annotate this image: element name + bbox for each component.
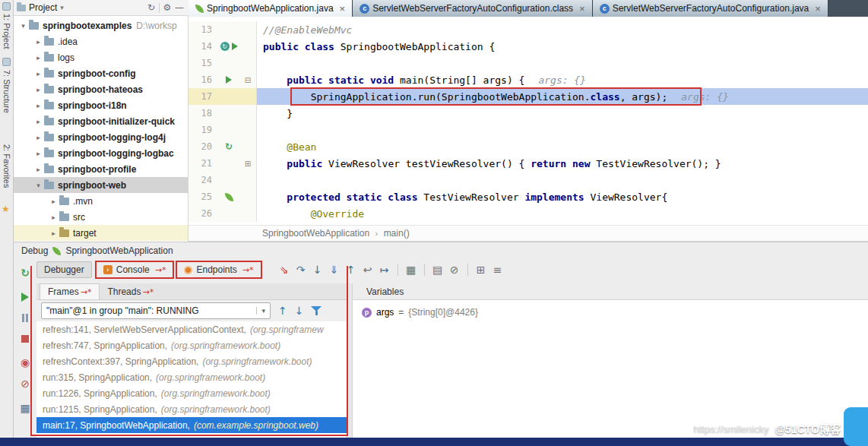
stack-frame-row[interactable]: run:1226, SpringApplication,(org.springf… <box>36 385 347 401</box>
code-editor[interactable]: 13//@EnableWebMvc14↻public class Springb… <box>188 17 868 225</box>
tree-item[interactable]: ▸springboot-logging-log4j <box>14 129 188 145</box>
chevron-down-icon[interactable]: ▾ <box>60 4 64 11</box>
stack-frame-row[interactable]: run:1215, SpringApplication,(org.springf… <box>36 401 347 417</box>
stack-frame-row[interactable]: refreshContext:397, SpringApplication,(o… <box>36 353 347 369</box>
rerun-debug-icon[interactable]: ↻ <box>14 267 36 279</box>
close-icon[interactable]: × <box>579 3 585 14</box>
run-icon[interactable] <box>226 76 232 84</box>
stack-frame-row[interactable]: run:315, SpringApplication,(org.springfr… <box>36 369 347 385</box>
view-breakpoints-icon[interactable]: ◉ <box>14 356 36 369</box>
activity-tab-structure[interactable]: 7: Structure <box>2 70 11 113</box>
stack-frame-row[interactable]: main:17, SpringbootWebApplication,(com.e… <box>36 417 347 433</box>
hide-icon[interactable]: — <box>173 2 185 13</box>
structure-tool-icon[interactable] <box>2 58 11 66</box>
tree-caret-icon[interactable]: ▸ <box>49 214 59 221</box>
tree-caret-icon[interactable]: ▸ <box>33 54 43 62</box>
tree-caret-icon[interactable]: ▾ <box>33 182 43 189</box>
rerun-icon[interactable]: ↻ <box>220 42 230 51</box>
tree-caret-icon[interactable]: ▸ <box>49 229 59 237</box>
tree-item[interactable]: ▸.mvn <box>14 193 188 209</box>
red-annotation-mark: →* <box>81 287 92 297</box>
mute-breakpoints-icon[interactable]: ⊘ <box>14 378 36 390</box>
frame-down-icon[interactable]: ↓ <box>295 305 304 317</box>
fold-marker-icon[interactable]: ⊞ <box>242 160 254 168</box>
activity-tab-project[interactable]: 1: Project <box>2 14 11 49</box>
tree-caret-icon[interactable]: ▸ <box>33 86 43 93</box>
step-out-icon[interactable]: ↑ <box>343 264 360 276</box>
spring-bean-icon[interactable]: ↻ <box>225 142 233 151</box>
frame-up-icon[interactable]: ↑ <box>278 305 287 317</box>
drop-frame-icon[interactable]: ↩ <box>360 264 376 276</box>
stack-frame-row[interactable]: refresh:747, SpringApplication,(org.spri… <box>36 337 347 353</box>
layout-icon[interactable]: ⊞ <box>473 264 489 276</box>
variables-body[interactable]: pargs = {String[0]@4426} <box>353 300 868 438</box>
editor-tab[interactable]: cServletWebServerFactoryAutoConfiguratio… <box>353 0 593 17</box>
tree-caret-icon[interactable]: ▸ <box>33 166 43 173</box>
stop-icon[interactable] <box>14 335 36 343</box>
variable-row[interactable]: pargs = {String[0]@4426} <box>362 305 868 320</box>
project-tree[interactable]: ▾springbootexamplesD:\worksp▸.idea▸logs▸… <box>14 16 188 242</box>
activity-tab-favorites[interactable]: 2: Favorites <box>2 144 11 188</box>
run-icon[interactable] <box>232 43 238 50</box>
tree-item[interactable]: ▸springboot-hateoas <box>14 81 188 97</box>
mute-breakpoints-icon[interactable]: ⊘ <box>446 264 463 276</box>
tree-item[interactable]: ▸springboot-i18n <box>14 97 188 113</box>
run-to-cursor-icon[interactable]: ↦ <box>376 264 393 276</box>
close-icon[interactable]: × <box>340 3 346 14</box>
tree-item[interactable]: ▸springboot-initializer-quick <box>14 113 188 129</box>
breadcrumb-item[interactable]: SpringbootWebApplication <box>262 228 369 239</box>
tree-item[interactable]: ▸src <box>14 209 188 225</box>
breadcrumb-item[interactable]: main() <box>384 228 410 239</box>
tree-item[interactable]: ▸springboot-profile <box>14 161 188 177</box>
frames-tab-frames[interactable]: Frames→* <box>40 283 100 299</box>
editor-tab[interactable]: cServletWebServerFactoryAutoConfiguratio… <box>593 0 828 17</box>
resume-icon[interactable] <box>14 293 36 302</box>
tree-caret-icon[interactable]: ▾ <box>18 22 28 30</box>
endpoints-icon <box>184 266 192 274</box>
debug-tab-console[interactable]: ›Console→* <box>97 262 173 277</box>
tree-item[interactable]: ▾springbootexamplesD:\worksp <box>14 17 188 33</box>
tree-item[interactable]: ▸target <box>14 225 188 241</box>
pause-icon[interactable] <box>14 314 36 322</box>
favorites-star-icon[interactable]: ★ <box>2 204 10 214</box>
chevron-down-icon[interactable]: ▾ <box>256 307 265 315</box>
close-icon[interactable]: × <box>815 3 821 14</box>
show-execution-point-icon[interactable]: ⇘ <box>276 264 293 276</box>
stack-frame-row[interactable]: refresh:141, ServletWebServerApplication… <box>36 321 347 337</box>
tree-item[interactable]: ▸.idea <box>14 33 188 49</box>
editor-tab[interactable]: SpringbootWebApplication.java× <box>188 0 353 17</box>
thread-selector[interactable]: "main"@1 in group "main": RUNNING ▾ <box>41 302 271 319</box>
tree-caret-icon[interactable]: ▸ <box>33 118 43 125</box>
frames-list[interactable]: refresh:141, ServletWebServerApplication… <box>36 321 347 438</box>
tree-caret-icon[interactable]: ▸ <box>33 134 43 141</box>
tool-window-icon[interactable] <box>2 2 11 11</box>
debug-tab-debugger[interactable]: Debugger <box>36 261 92 278</box>
frames-tab-threads[interactable]: Threads→* <box>100 284 161 299</box>
step-over-icon[interactable]: ↷ <box>293 264 309 276</box>
restore-layout-icon[interactable]: ≡ <box>489 264 506 276</box>
tree-caret-icon[interactable]: ▸ <box>33 70 43 77</box>
settings-grid-icon[interactable]: ▦ <box>14 402 36 414</box>
project-toolbar-title[interactable]: Project <box>29 2 57 13</box>
tree-caret-icon[interactable]: ▸ <box>49 198 59 205</box>
tree-item[interactable]: ▸logs <box>14 49 188 65</box>
tree-item[interactable]: ▸springboot-logging-logbac <box>14 145 188 161</box>
console-icon: › <box>103 265 112 274</box>
evaluate-expression-icon[interactable]: ▦ <box>403 264 420 276</box>
filter-funnel-icon[interactable] <box>311 305 322 316</box>
sync-icon[interactable]: ↻ <box>145 2 157 13</box>
code-text: @Bean <box>257 138 868 155</box>
tree-item[interactable]: ▾springboot-web <box>14 177 188 193</box>
settings-icon[interactable]: ⚙ <box>161 2 173 13</box>
tree-caret-icon[interactable]: ▸ <box>33 38 43 46</box>
panel-splitter[interactable] <box>347 283 353 438</box>
thread-dump-icon[interactable]: ▤ <box>429 264 446 276</box>
debug-tab-endpoints[interactable]: Endpoints→* <box>177 262 260 277</box>
tree-item[interactable]: ▸springboot-config <box>14 65 188 81</box>
step-into-icon[interactable]: ↓ <box>309 264 326 276</box>
fold-marker-icon[interactable]: ⊟ <box>242 76 254 84</box>
tree-caret-icon[interactable]: ▸ <box>33 150 43 157</box>
tree-caret-icon[interactable]: ▸ <box>33 102 43 109</box>
force-step-into-icon[interactable]: ⇓ <box>326 264 343 276</box>
editor-tab-label: SpringbootWebApplication.java <box>207 3 334 14</box>
